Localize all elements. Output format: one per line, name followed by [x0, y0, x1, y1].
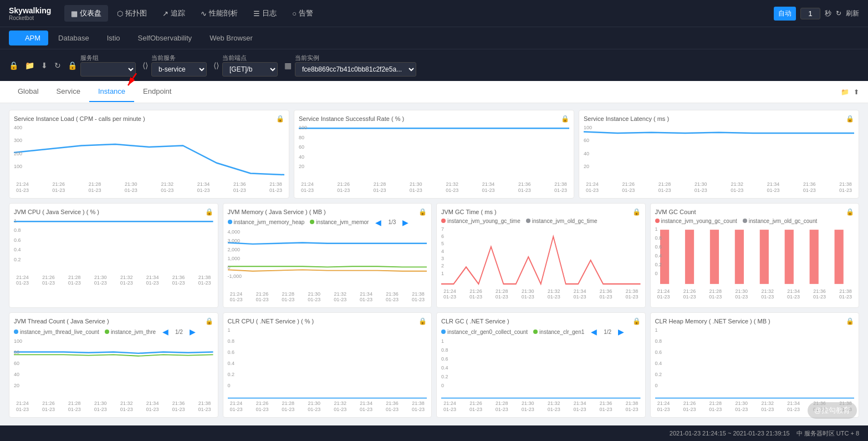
current-node-selector: ⟨⟩ 当前端点 [GET]/b [213, 54, 278, 77]
performance-icon: ∿ [201, 9, 207, 18]
refresh-icon[interactable]: ↻ [836, 9, 841, 17]
auto-button[interactable]: 自动 [774, 7, 796, 21]
chart-title-clr-heap: CLR Heap Memory ( .NET Service ) ( MB ) [655, 318, 770, 325]
sub-nav-apm[interactable]: APM [9, 31, 48, 45]
svg-rect-7 [784, 230, 793, 284]
current-service-select[interactable]: b-service [151, 62, 207, 77]
current-instance-label: 当前实例 [295, 54, 319, 62]
chart-area-clr-cpu: 10.80.60.40.20 [228, 327, 427, 399]
folder-tab-icon[interactable]: 📁 [841, 88, 849, 96]
logo-title: Skywalking [9, 6, 51, 15]
nav-topology-label: 拓扑图 [125, 8, 147, 18]
folder-icon: 📁 [25, 61, 34, 70]
chart-row-2: JVM CPU ( Java Service ) ( % ) 🔒 10.80.6… [9, 203, 859, 308]
top-nav: Skywalking Rocketbot ▦ 仪表盘 ⬡ 拓扑图 ↗ 追踪 ∿ … [0, 0, 868, 27]
lock-icon-gc-time[interactable]: 🔒 [632, 208, 641, 216]
clr-gc-legend-prev[interactable]: ◀ [591, 327, 597, 336]
lock-icon-latency[interactable]: 🔒 [846, 115, 854, 123]
nav-alert[interactable]: ○ 告警 [285, 5, 320, 22]
chart-area-gc-count: 10.80.60.40.20 [655, 226, 855, 287]
current-service-selector: ⟨⟩ 当前服务 b-service [142, 54, 207, 77]
chart-svg-load [14, 125, 284, 180]
chart-svg-jvm-thread [14, 338, 213, 399]
current-node-label: 当前端点 [222, 54, 247, 62]
chart-area-jvm-cpu: 10.80.60.40.2 [14, 218, 213, 273]
dashboard-icon: ▦ [71, 9, 78, 18]
logo-sub: Rocketbot [9, 15, 51, 21]
chart-area-clr-gc: 10.80.60.40.20 [441, 338, 641, 399]
chart-area-jvm-thread: 10080604020 [14, 338, 213, 399]
nav-right: 自动 秒 ↻ 刷新 [774, 7, 859, 21]
lock-icon-success[interactable]: 🔒 [561, 115, 569, 123]
refresh-label[interactable]: 刷新 [846, 9, 859, 18]
nav-trace[interactable]: ↗ 追踪 [156, 5, 192, 22]
thread-legend-next[interactable]: ▶ [190, 327, 196, 336]
log-icon: ☰ [253, 9, 260, 18]
nav-log[interactable]: ☰ 日志 [247, 5, 283, 22]
chart-area-latency: 100604020 [584, 125, 854, 180]
chart-svg-clr-heap [655, 327, 855, 399]
chart-title-load: Service Instance Load ( CPM - calls per … [14, 115, 145, 122]
chart-title-gc-time: JVM GC Time ( ms ) [441, 209, 497, 215]
svg-rect-4 [709, 230, 718, 284]
clr-gc-legend-next[interactable]: ▶ [618, 327, 624, 336]
nav-topology[interactable]: ⬡ 拓扑图 [110, 5, 154, 22]
sub-nav-selfobservability[interactable]: SelfObservability [130, 31, 200, 45]
chart-clr-gc: CLR GC ( .NET Service ) 🔒 instance_clr_g… [436, 312, 646, 418]
chart-clr-heap: CLR Heap Memory ( .NET Service ) ( MB ) … [650, 312, 860, 418]
legend-jvm-mem: instance_jvm_memory_heap instance_jvm_me… [228, 218, 427, 227]
svg-rect-5 [734, 230, 743, 284]
svg-rect-6 [759, 230, 768, 284]
chart-title-jvm-mem: JVM Memory ( Java Service ) ( MB ) [228, 209, 326, 215]
bottom-bar: 2021-01-23 21:24:15 ~ 2021-01-23 21:39:1… [0, 425, 868, 441]
chart-svc-latency: Service Instance Latency ( ms ) 🔒 100604… [579, 110, 859, 199]
share-tab-icon[interactable]: ⬆ [854, 88, 859, 96]
chart-title-clr-cpu: CLR CPU ( .NET Service ) ( % ) [228, 318, 314, 325]
lock-icon-jvm-cpu[interactable]: 🔒 [205, 208, 213, 216]
chart-svg-latency [584, 125, 854, 180]
x-axis-jvm-mem: 21:2401-23 21:2601-23 21:2801-23 21:3001… [228, 291, 427, 303]
lock-icon-clr-gc[interactable]: 🔒 [632, 317, 641, 325]
nav-dashboard-label: 仪表盘 [80, 8, 101, 18]
current-instance-select[interactable]: fce8b869cc7b41c0bb81c2f2e5a... [295, 62, 416, 77]
x-axis-latency: 21:2401-23 21:2601-23 21:2801-23 21:3001… [584, 181, 854, 194]
nav-alert-label: 告警 [299, 8, 313, 18]
seconds-input[interactable] [800, 8, 820, 19]
sub-nav-database[interactable]: Database [50, 31, 97, 45]
lock-icon-jvm-mem[interactable]: 🔒 [418, 208, 427, 216]
chart-svc-success-rate: Service Instance Successful Rate ( % ) 🔒… [294, 110, 574, 199]
nav-dashboard[interactable]: ▦ 仪表盘 [64, 5, 108, 22]
lock-icon-load[interactable]: 🔒 [276, 115, 284, 123]
x-axis-clr-heap: 21:2401-23 21:2601-23 21:2801-23 21:3001… [655, 401, 855, 413]
tab-icons: 📁 ⬆ [841, 88, 859, 96]
chart-area-success: 10080604020 [299, 125, 569, 180]
sub-nav-webbrowser[interactable]: Web Browser [202, 31, 261, 45]
page-tabs: Global Service Instance Endpoint 📁 ⬆ [0, 81, 868, 103]
tab-instance[interactable]: Instance [89, 82, 134, 102]
svg-rect-3 [685, 230, 693, 284]
lock-icon-clr-heap[interactable]: 🔒 [846, 317, 854, 325]
legend-prev[interactable]: ◀ [375, 218, 381, 227]
chart-svc-instance-load: Service Instance Load ( CPM - calls per … [9, 110, 289, 199]
legend-next[interactable]: ▶ [402, 218, 409, 227]
lock-icon-clr-cpu[interactable]: 🔒 [418, 317, 427, 325]
refresh-icon[interactable]: ↻ [54, 61, 61, 70]
thread-legend-prev[interactable]: ◀ [162, 327, 169, 336]
legend-gc-count: instance_jvm_young_gc_count instance_jvm… [655, 218, 855, 224]
chart-svg-gc-count [655, 226, 855, 287]
lock-icon-gc-count[interactable]: 🔒 [846, 208, 854, 216]
legend-jvm-thread: instance_jvm_thread_live_count instance_… [14, 327, 213, 336]
current-node-select[interactable]: [GET]/b [222, 62, 278, 77]
timezone: 中 服务器时区 UTC + 8 [796, 429, 859, 438]
chart-jvm-thread: JVM Thread Count ( Java Service ) 🔒 inst… [9, 312, 218, 418]
tab-global[interactable]: Global [9, 82, 48, 102]
tab-service[interactable]: Service [48, 82, 89, 102]
x-axis-load: 21:2401-23 21:2601-23 21:2801-23 21:3001… [14, 181, 284, 194]
instance-icon: ▦ [284, 61, 292, 70]
lock-icon-jvm-thread[interactable]: 🔒 [205, 317, 213, 325]
x-axis-gc-time: 21:2401-23 21:2601-23 21:2801-23 21:3001… [441, 288, 641, 301]
x-axis-jvm-cpu: 21:2401-23 21:2601-23 21:2801-23 21:3001… [14, 275, 213, 287]
nav-performance[interactable]: ∿ 性能剖析 [194, 5, 244, 22]
sub-nav-istio[interactable]: Istio [99, 31, 128, 45]
chart-clr-cpu: CLR CPU ( .NET Service ) ( % ) 🔒 10.80.6… [223, 312, 432, 418]
